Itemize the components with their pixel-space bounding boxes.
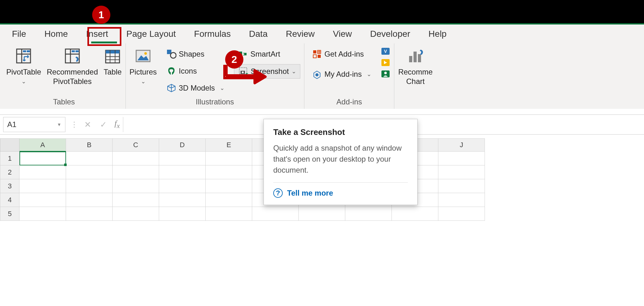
cell[interactable] — [299, 207, 345, 221]
shapes-label: Shapes — [179, 50, 204, 58]
name-box[interactable]: A1 ▼ — [3, 117, 65, 132]
cell[interactable] — [206, 152, 252, 165]
svg-rect-8 — [72, 50, 75, 52]
row-header[interactable]: 5 — [0, 207, 19, 221]
cell[interactable] — [392, 207, 438, 221]
select-all-corner[interactable] — [0, 138, 19, 152]
cell[interactable] — [113, 165, 159, 179]
cell[interactable] — [113, 193, 159, 207]
col-header[interactable]: J — [438, 138, 485, 152]
people-addin-icon[interactable] — [381, 69, 390, 79]
get-addins-button[interactable]: Get Add-ins — [308, 47, 375, 61]
accept-formula-button[interactable]: ✓ — [96, 120, 111, 130]
svg-rect-3 — [23, 50, 26, 52]
svg-rect-11 — [106, 50, 119, 53]
recommended-pivottable-icon — [64, 47, 81, 65]
shapes-button[interactable]: Shapes — [163, 47, 229, 61]
cell[interactable] — [345, 207, 392, 221]
3d-models-button[interactable]: 3D Models ⌄ — [163, 81, 229, 95]
tab-help[interactable]: Help — [426, 26, 449, 42]
pictures-button[interactable]: Pictures ⌄ — [130, 46, 157, 85]
cell[interactable] — [438, 179, 485, 193]
cell[interactable] — [66, 152, 113, 165]
cell[interactable] — [19, 179, 66, 193]
svg-text:V: V — [384, 49, 387, 54]
3d-models-label: 3D Models — [179, 84, 215, 92]
cell[interactable] — [206, 165, 252, 179]
col-header[interactable]: D — [159, 138, 206, 152]
cell[interactable] — [66, 165, 113, 179]
recommended-pivottables-button[interactable]: Recommended PivotTables — [47, 46, 98, 86]
cell[interactable] — [66, 193, 113, 207]
cell[interactable] — [438, 165, 485, 179]
cell[interactable] — [159, 207, 206, 221]
row-header[interactable]: 4 — [0, 193, 19, 207]
table-button[interactable]: Table — [103, 46, 121, 77]
screenshot-tooltip: Take a Screenshot Quickly add a snapshot… — [264, 119, 418, 205]
pivottable-label: PivotTable — [6, 67, 41, 77]
col-header[interactable]: C — [113, 138, 159, 152]
cell[interactable] — [159, 165, 206, 179]
cell[interactable] — [206, 193, 252, 207]
fx-icon[interactable]: fx — [111, 119, 123, 130]
tab-review[interactable]: Review — [283, 26, 317, 42]
cell[interactable] — [19, 165, 66, 179]
icons-button[interactable]: Icons — [163, 64, 229, 78]
tab-view[interactable]: View — [330, 26, 354, 42]
cell[interactable] — [113, 207, 159, 221]
group-tables: PivotTable ⌄ Recommended PivotTables — [0, 43, 126, 109]
shapes-icon — [166, 49, 176, 59]
name-box-value: A1 — [7, 120, 16, 129]
col-header[interactable]: A — [19, 138, 66, 152]
my-addins-icon — [312, 69, 322, 79]
visio-addin-icon[interactable]: V — [381, 47, 390, 56]
my-addins-button[interactable]: My Add-ins ⌄ — [308, 67, 375, 81]
cell[interactable] — [19, 207, 66, 221]
smartart-button[interactable]: SmartArt — [234, 47, 300, 61]
cell[interactable] — [113, 179, 159, 193]
pivottable-button[interactable]: PivotTable ⌄ — [6, 46, 41, 85]
tell-me-more-link[interactable]: ? Tell me more — [273, 188, 408, 198]
cell[interactable] — [159, 152, 206, 165]
tab-developer[interactable]: Developer — [368, 26, 413, 42]
tab-data[interactable]: Data — [247, 26, 270, 42]
row-header[interactable]: 3 — [0, 179, 19, 193]
pivottable-icon — [15, 47, 32, 65]
my-addins-label: My Add-ins — [325, 70, 362, 79]
chevron-down-icon: ⌄ — [141, 78, 146, 85]
svg-point-17 — [144, 52, 147, 55]
cell[interactable] — [252, 207, 299, 221]
ribbon-content: PivotTable ⌄ Recommended PivotTables — [0, 43, 644, 109]
cell[interactable] — [438, 152, 485, 165]
tab-insert[interactable]: Insert — [84, 26, 111, 42]
svg-rect-38 — [414, 52, 417, 62]
chevron-down-icon: ⌄ — [291, 68, 296, 75]
tab-home[interactable]: Home — [42, 26, 70, 42]
cell[interactable] — [19, 193, 66, 207]
pictures-icon — [134, 47, 152, 65]
cell[interactable] — [66, 207, 113, 221]
cell[interactable] — [66, 179, 113, 193]
tooltip-divider — [273, 182, 408, 183]
tab-page-layout[interactable]: Page Layout — [124, 26, 178, 42]
cell[interactable] — [438, 193, 485, 207]
cell[interactable] — [159, 193, 206, 207]
tab-file[interactable]: File — [9, 26, 29, 42]
cell[interactable] — [19, 152, 66, 165]
svg-point-36 — [384, 72, 387, 74]
cell[interactable] — [438, 207, 485, 221]
row-header[interactable]: 1 — [0, 152, 19, 165]
recommended-charts-button[interactable]: Recomme Chart — [398, 46, 432, 86]
row-header[interactable]: 2 — [0, 165, 19, 179]
tab-formulas[interactable]: Formulas — [192, 26, 233, 42]
cell[interactable] — [206, 207, 252, 221]
tab-insert-label: Insert — [86, 29, 108, 39]
cell[interactable] — [159, 179, 206, 193]
chevron-down-icon[interactable]: ▼ — [57, 122, 61, 127]
col-header[interactable]: B — [66, 138, 113, 152]
cell[interactable] — [113, 152, 159, 165]
bing-addin-icon[interactable] — [381, 58, 390, 67]
cell[interactable] — [206, 179, 252, 193]
cancel-formula-button[interactable]: ✕ — [80, 120, 96, 130]
col-header[interactable]: E — [206, 138, 252, 152]
